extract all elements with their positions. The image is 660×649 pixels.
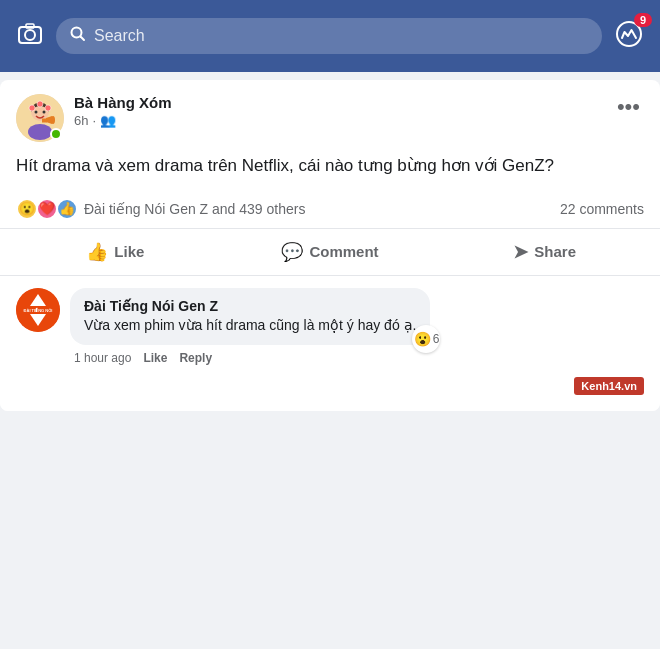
post-time: 6h xyxy=(74,113,88,128)
like-icon: 👍 xyxy=(86,241,108,263)
comment-button[interactable]: 💬 Comment xyxy=(223,233,438,271)
watermark-area: Kenh14.vn xyxy=(16,377,644,395)
action-row: 👍 Like 💬 Comment ➤ Share xyxy=(0,229,660,276)
like-label: Like xyxy=(114,243,144,260)
svg-text:GEN Z: GEN Z xyxy=(32,313,45,318)
share-icon: ➤ xyxy=(513,241,528,263)
camera-icon[interactable] xyxy=(16,19,44,53)
search-icon xyxy=(70,26,86,46)
reactions-left: 😮 ❤️ 👍 Đài tiếng Nói Gen Z and 439 other… xyxy=(16,198,305,220)
svg-point-11 xyxy=(35,111,38,114)
author-avatar-wrap xyxy=(16,94,64,142)
share-label: Share xyxy=(534,243,576,260)
post-header: Bà Hàng Xóm 6h · 👥 ••• xyxy=(0,80,660,150)
messenger-icon-wrap[interactable]: 9 xyxy=(614,19,644,53)
notification-badge: 9 xyxy=(634,13,652,27)
comment-reaction-count: 6 xyxy=(433,332,440,346)
like-button[interactable]: 👍 Like xyxy=(8,233,223,271)
comment-icon: 💬 xyxy=(281,241,303,263)
commenter-avatar: ĐÀI TIẾNG NÓI GEN Z xyxy=(16,288,60,332)
commenter-avatar-inner: ĐÀI TIẾNG NÓI GEN Z xyxy=(16,288,60,332)
like-reaction: 👍 xyxy=(56,198,78,220)
separator: · xyxy=(92,113,96,128)
comment-time: 1 hour ago xyxy=(74,351,131,365)
app-header: Search 9 xyxy=(0,0,660,72)
svg-point-1 xyxy=(25,30,35,40)
comments-count: 22 comments xyxy=(560,201,644,217)
reactions-text: Đài tiếng Nói Gen Z and 439 others xyxy=(84,201,305,217)
comment-item: ĐÀI TIẾNG NÓI GEN Z Đài Tiếng Nói Gen Z … xyxy=(16,288,644,366)
comment-bubble: Đài Tiếng Nói Gen Z Vừa xem phim vừa hít… xyxy=(70,288,430,346)
svg-line-4 xyxy=(81,37,85,41)
post-content: Hít drama và xem drama trên Netflix, cái… xyxy=(0,150,660,190)
search-bar[interactable]: Search xyxy=(56,18,602,54)
comment-actions: 1 hour ago Like Reply xyxy=(70,345,644,365)
post-time-row: 6h · 👥 xyxy=(74,113,603,128)
share-button[interactable]: ➤ Share xyxy=(437,233,652,271)
post-card: Bà Hàng Xóm 6h · 👥 ••• Hít drama và xem … xyxy=(0,80,660,411)
post-author: Bà Hàng Xóm xyxy=(74,94,603,111)
reaction-emojis: 😮 ❤️ 👍 xyxy=(16,198,78,220)
svg-point-9 xyxy=(37,101,43,107)
post-meta: Bà Hàng Xóm 6h · 👥 xyxy=(74,94,603,128)
online-indicator xyxy=(50,128,62,140)
audience-icon: 👥 xyxy=(100,113,116,128)
comment-label: Comment xyxy=(309,243,378,260)
svg-point-15 xyxy=(51,116,55,124)
comment-reply-button[interactable]: Reply xyxy=(179,351,212,365)
comment-reaction-emoji: 😮 xyxy=(414,331,431,347)
comment-author: Đài Tiếng Nói Gen Z xyxy=(84,298,416,314)
svg-rect-14 xyxy=(42,119,47,123)
svg-point-13 xyxy=(28,124,52,140)
comment-text: Vừa xem phim vừa hít drama cũng là một ý… xyxy=(84,316,416,336)
svg-point-12 xyxy=(43,111,46,114)
reactions-row: 😮 ❤️ 👍 Đài tiếng Nói Gen Z and 439 other… xyxy=(0,190,660,229)
svg-point-8 xyxy=(29,105,35,111)
wow-reaction: 😮 xyxy=(16,198,38,220)
search-placeholder: Search xyxy=(94,27,145,45)
love-reaction: ❤️ xyxy=(36,198,58,220)
svg-point-10 xyxy=(45,105,51,111)
comment-like-button[interactable]: Like xyxy=(143,351,167,365)
comment-body: Đài Tiếng Nói Gen Z Vừa xem phim vừa hít… xyxy=(70,288,644,366)
comment-section: ĐÀI TIẾNG NÓI GEN Z Đài Tiếng Nói Gen Z … xyxy=(0,276,660,412)
kenh14-watermark: Kenh14.vn xyxy=(574,377,644,395)
more-options-button[interactable]: ••• xyxy=(613,94,644,120)
